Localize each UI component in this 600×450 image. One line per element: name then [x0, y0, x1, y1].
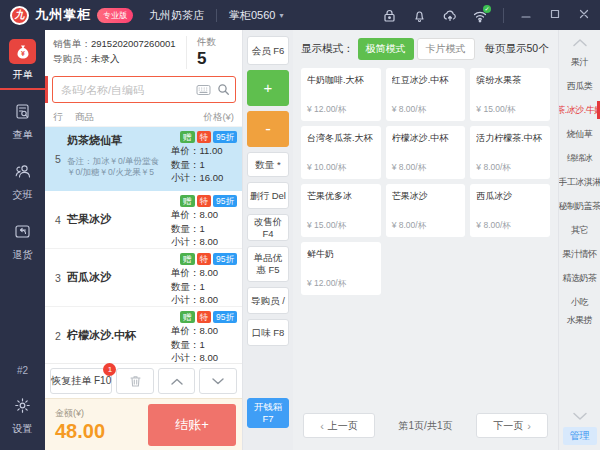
- account-name: 掌柜0560: [229, 8, 275, 23]
- product-card[interactable]: 红豆冰沙.中杯 ¥ 8.00/杯: [386, 68, 466, 121]
- product-card[interactable]: 芒果优多冰 ¥ 15.00/杯: [301, 184, 381, 237]
- product-card[interactable]: 缤纷水果茶 ¥ 15.00/杯: [470, 68, 550, 121]
- nav-label: 设置: [13, 422, 33, 436]
- item-discount-button[interactable]: 单品优惠 F5: [247, 246, 289, 282]
- product-card-name: 牛奶咖啡.大杯: [307, 74, 375, 87]
- order-row[interactable]: 4 芒果冰沙 赠 特 95折 单价：8.00 数量：1 小计：8.00: [45, 191, 242, 249]
- item-count-value: 5: [197, 49, 232, 69]
- order-row[interactable]: 3 西瓜冰沙 赠 特 95折 单价：8.00 数量：1 小计：8.00: [45, 249, 242, 307]
- next-page-button[interactable]: 下一页 ›: [476, 413, 548, 438]
- row-number: 2: [49, 311, 67, 360]
- guide-button[interactable]: 导购员 /: [247, 287, 289, 314]
- nav-item-shift-change[interactable]: 交班: [0, 150, 45, 210]
- nav-item-returns[interactable]: 退货: [0, 210, 45, 270]
- minimize-button[interactable]: [520, 6, 532, 24]
- document-search-icon: [9, 99, 36, 124]
- clear-order-button[interactable]: [116, 368, 154, 394]
- col-product: 商品: [75, 111, 184, 124]
- search-row: [45, 71, 242, 108]
- category-item[interactable]: 其它: [559, 218, 600, 242]
- order-row[interactable]: 5 奶茶烧仙草 备注：加冰￥0/单份堂食￥0/加糖￥0/火龙果￥5 赠 特 95…: [45, 127, 242, 191]
- category-item-active[interactable]: 茶.冰沙.牛奶: [559, 98, 600, 122]
- display-mode-bar: 显示模式： 极简模式 卡片模式 每页显示50个: [301, 38, 550, 60]
- pos-app: 九 九州掌柜 专业版 九州奶茶店 掌柜0560 ▾: [0, 0, 600, 450]
- category-scroll-down-button[interactable]: [559, 408, 600, 424]
- chevron-down-icon: ▾: [279, 11, 283, 20]
- quantity-button[interactable]: 数量 *: [247, 152, 289, 177]
- store-name: 九州奶茶店: [149, 8, 204, 23]
- gift-badge: 赠: [180, 195, 195, 207]
- product-card[interactable]: 芒果冰沙 ¥ 8.00/杯: [386, 184, 466, 237]
- checkout-button[interactable]: 结账+: [148, 404, 236, 446]
- product-card-price: ¥ 8.00/杯: [476, 220, 544, 232]
- minimal-mode-button[interactable]: 极简模式: [358, 38, 414, 60]
- notification-bell-icon[interactable]: [412, 8, 427, 23]
- wifi-status-icon[interactable]: ✓: [472, 8, 487, 23]
- titlebar-separator: [503, 8, 504, 23]
- decrease-qty-button[interactable]: -: [247, 111, 289, 147]
- change-price-button[interactable]: 改售价 F4: [247, 214, 289, 241]
- lock-icon[interactable]: [382, 8, 397, 23]
- category-scroll-up-button[interactable]: [559, 34, 600, 50]
- trash-icon: [129, 374, 142, 388]
- category-item[interactable]: 手工冰淇淋: [559, 170, 600, 194]
- product-card-name: 芒果优多冰: [307, 190, 375, 203]
- cloud-sync-icon[interactable]: [442, 8, 457, 23]
- close-button[interactable]: [578, 6, 590, 24]
- category-item[interactable]: 果汁: [559, 50, 600, 74]
- category-list: 果汁 西瓜类 茶.冰沙.牛奶 烧仙草 绵绵冰 手工冰淇淋 秘制奶盖茶 其它 果汁…: [559, 50, 600, 408]
- category-item[interactable]: 秘制奶盖茶: [559, 194, 600, 218]
- category-item[interactable]: 绵绵冰: [559, 146, 600, 170]
- unit-price: 单价：11.00: [163, 144, 237, 158]
- search-icon[interactable]: [217, 82, 230, 100]
- restore-hold-button[interactable]: 恢复挂单 F10 1: [50, 368, 112, 394]
- open-cash-drawer-button[interactable]: 开钱箱 F7: [247, 398, 289, 428]
- unit-price: 单价：8.00: [163, 208, 237, 222]
- member-button[interactable]: 会员 F6: [247, 36, 289, 65]
- delete-row-button[interactable]: 删行 Del: [247, 182, 289, 209]
- product-card-price: ¥ 12.00/杯: [307, 104, 375, 116]
- order-row[interactable]: 2 柠檬冰沙.中杯 赠 特 95折 单价：8.00 数量：1 小计：8.00: [45, 307, 242, 363]
- increase-qty-button[interactable]: +: [247, 70, 289, 106]
- nav-item-new-order[interactable]: ¥ 开单: [0, 30, 45, 90]
- product-catalog: 显示模式： 极简模式 卡片模式 每页显示50个 牛奶咖啡.大杯 ¥ 12.00/…: [293, 30, 558, 450]
- nav-item-settings[interactable]: 设置: [0, 384, 45, 444]
- category-item[interactable]: 西瓜类: [559, 74, 600, 98]
- row-number: 4: [49, 195, 67, 244]
- card-mode-button[interactable]: 卡片模式: [417, 38, 475, 60]
- manage-categories-button[interactable]: 管理: [563, 427, 597, 445]
- station-number: #2: [17, 359, 28, 382]
- scroll-down-button[interactable]: [199, 368, 237, 394]
- category-item[interactable]: 水果捞: [559, 314, 600, 324]
- row-number: 5: [49, 131, 67, 187]
- category-item[interactable]: 精选奶茶: [559, 266, 600, 290]
- keyboard-icon[interactable]: [196, 82, 211, 100]
- left-nav: ¥ 开单 查单 交班: [0, 30, 45, 450]
- svg-text:¥: ¥: [21, 49, 25, 56]
- account-menu[interactable]: 掌柜0560 ▾: [229, 8, 284, 23]
- product-card[interactable]: 鲜牛奶 ¥ 12.00/杯: [301, 242, 381, 295]
- chevron-up-icon: [170, 377, 184, 386]
- category-item[interactable]: 烧仙草: [559, 122, 600, 146]
- money-bag-icon: ¥: [9, 39, 36, 64]
- flavor-button[interactable]: 口味 F8: [247, 319, 289, 346]
- prev-page-button[interactable]: ‹ 上一页: [303, 413, 375, 438]
- nav-item-check-orders[interactable]: 查单: [0, 90, 45, 150]
- category-item[interactable]: 果汁情怀: [559, 242, 600, 266]
- product-card[interactable]: 活力柠檬茶.中杯 ¥ 8.00/杯: [470, 126, 550, 179]
- discount-badge: 95折: [213, 253, 237, 265]
- product-card[interactable]: 柠檬冰沙.中杯 ¥ 8.00/杯: [386, 126, 466, 179]
- product-card[interactable]: 台湾冬瓜茶.大杯 ¥ 10.00/杯: [301, 126, 381, 179]
- product-card-price: ¥ 8.00/杯: [392, 220, 460, 232]
- product-card[interactable]: 牛奶咖啡.大杯 ¥ 12.00/杯: [301, 68, 381, 121]
- titlebar-divider: [216, 9, 217, 22]
- special-badge: 特: [197, 131, 212, 143]
- nav-label: 开单: [13, 68, 33, 82]
- sale-number-line: 销售单：2915202007260001: [53, 36, 186, 51]
- scroll-up-button[interactable]: [158, 368, 196, 394]
- item-count-label: 件数: [197, 36, 232, 49]
- product-card[interactable]: 西瓜冰沙 ¥ 8.00/杯: [470, 184, 550, 237]
- pagination-bar: ‹ 上一页 第1页/共1页 下一页 ›: [301, 409, 550, 444]
- maximize-button[interactable]: [549, 6, 561, 24]
- category-item[interactable]: 小吃: [559, 290, 600, 314]
